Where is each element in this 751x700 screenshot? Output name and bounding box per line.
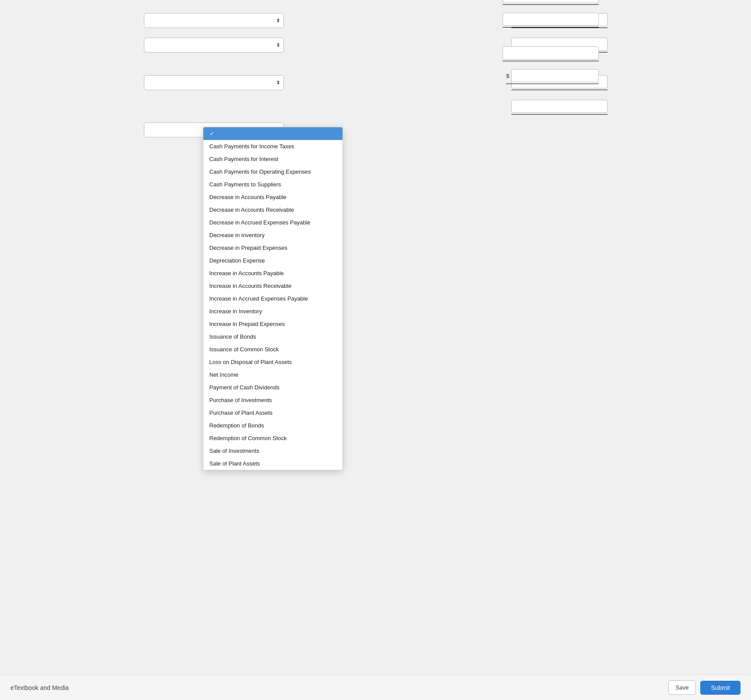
right-input-redemption	[503, 46, 599, 60]
bottom-bar: eTextbook and Media Save Submit	[0, 675, 751, 700]
row-net-income	[363, 13, 608, 26]
dropdown-item-issuance-common-stock[interactable]: Issuance of Common Stock	[203, 343, 342, 356]
dropdown-item-sale-investments[interactable]: Sale of Investments	[203, 444, 342, 457]
dropdown-item-increase-prepaid[interactable]: Increase in Prepaid Expenses	[203, 318, 342, 330]
content-area: ⬍ ⬍	[135, 9, 616, 96]
dropdown-item-increase-accounts-payable[interactable]: Increase in Accounts Payable	[203, 267, 342, 280]
submit-button[interactable]: Submit	[700, 681, 741, 695]
right-input-loss	[503, 0, 599, 3]
dropdown-item-cash-income-taxes[interactable]: Cash Payments for Income Taxes	[203, 140, 342, 153]
input-loss-disposal[interactable]	[503, 0, 599, 3]
bottom-actions: Save Submit	[668, 680, 741, 695]
dropdown-item-sale-plant[interactable]: Sale of Plant Assets	[203, 457, 342, 470]
input-net-income[interactable]	[503, 13, 599, 26]
dropdown-item-increase-accounts-receivable[interactable]: Increase in Accounts Receivable	[203, 280, 342, 292]
dropdown-item-cash-suppliers[interactable]: Cash Payments to Suppliers	[203, 178, 342, 191]
row-redemption-common-stock	[363, 46, 608, 60]
dropdown-item-empty[interactable]	[203, 127, 342, 140]
right-value-input-3b[interactable]	[511, 100, 608, 113]
page-wrapper: ⬍ ⬍	[0, 0, 751, 700]
dropdown-item-decrease-inventory[interactable]: Decrease in Inventory	[203, 229, 342, 242]
dropdown-item-cash-interest[interactable]: Cash Payments for Interest	[203, 153, 342, 165]
dropdown-item-redemption-common-stock[interactable]: Redemption of Common Stock	[203, 432, 342, 444]
right-only-input-row-1	[144, 100, 608, 113]
row-loss-disposal	[363, 0, 608, 3]
dropdown-item-redemption-bonds[interactable]: Redemption of Bonds	[203, 419, 342, 432]
dropdown-item-loss-disposal[interactable]: Loss on Disposal of Plant Assets	[203, 356, 342, 368]
right-side-rows: $	[144, 0, 608, 82]
dropdown-item-payment-dividends[interactable]: Payment of Cash Dividends	[203, 381, 342, 394]
right-input-sale-investments-container: $	[506, 69, 598, 82]
dropdown-item-decrease-accounts-receivable[interactable]: Decrease in Accounts Receivable	[203, 203, 342, 216]
dropdown-item-depreciation[interactable]: Depreciation Expense	[203, 254, 342, 267]
dropdown-item-increase-accrued[interactable]: Increase in Accrued Expenses Payable	[203, 292, 342, 305]
dropdown-menu[interactable]: Cash Payments for Income Taxes Cash Paym…	[203, 127, 343, 470]
save-button[interactable]: Save	[668, 680, 696, 695]
input-sale-investments[interactable]	[511, 69, 599, 82]
input-redemption-common-stock[interactable]	[503, 46, 599, 60]
etextbook-label: eTextbook and Media	[10, 684, 69, 691]
dropdown-item-decrease-accrued[interactable]: Decrease in Accrued Expenses Payable	[203, 216, 342, 229]
dropdown-item-issuance-bonds[interactable]: Issuance of Bonds	[203, 330, 342, 343]
dropdown-item-purchase-investments[interactable]: Purchase of Investments	[203, 394, 342, 406]
dropdown-item-increase-inventory[interactable]: Increase in Inventory	[203, 305, 342, 318]
row-sale-investments: $	[363, 69, 608, 82]
dropdown-item-decrease-prepaid[interactable]: Decrease in Prepaid Expenses	[203, 242, 342, 254]
dropdown-item-net-income[interactable]: Net Income	[203, 368, 342, 381]
right-input-container-3b	[511, 100, 608, 113]
dropdown-item-cash-operating[interactable]: Cash Payments for Operating Expenses	[203, 165, 342, 178]
dropdown-item-decrease-accounts-payable[interactable]: Decrease in Accounts Payable	[203, 191, 342, 203]
dropdown-item-purchase-plant[interactable]: Purchase of Plant Assets	[203, 406, 342, 419]
right-input-net-income	[503, 13, 599, 26]
dollar-sign-label: $	[506, 73, 509, 79]
